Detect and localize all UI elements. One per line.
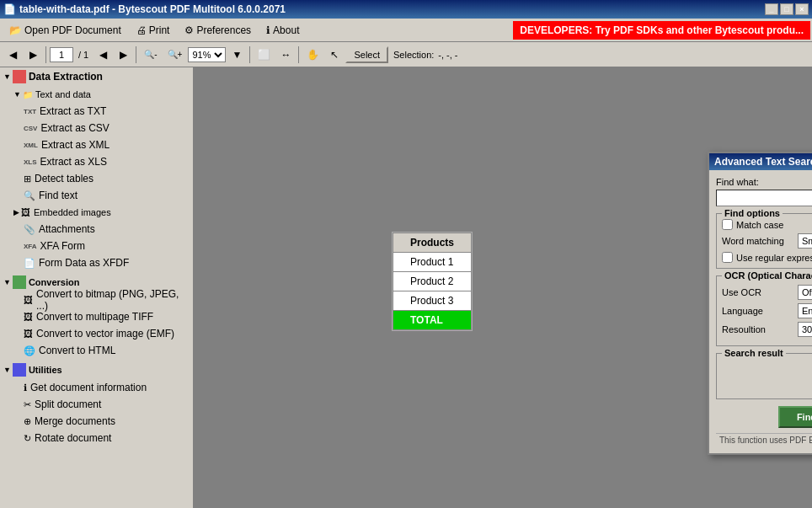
hand-button[interactable]: ✋ <box>302 45 323 64</box>
search-result-group: Search result <box>716 353 812 399</box>
next-page-button[interactable]: ▶ <box>114 45 132 64</box>
minimize-button[interactable]: _ <box>765 3 778 15</box>
sidebar-merge-docs[interactable]: ⊕ Merge documents <box>0 413 193 430</box>
use-ocr-row: Use OCR Off ▼ <box>722 285 812 300</box>
back-button[interactable]: ◀ <box>3 45 22 64</box>
sidebar-detect-tables[interactable]: ⊞ Detect tables <box>0 170 193 187</box>
word-matching-label: Word matching <box>722 236 798 246</box>
resolution-select[interactable]: 300 <box>798 322 812 337</box>
sep-2 <box>136 46 136 63</box>
rotate-icon: ↻ <box>24 433 31 444</box>
data-extraction-expand-icon[interactable]: ▼ <box>3 72 11 81</box>
use-regex-checkbox[interactable] <box>722 252 733 263</box>
use-regex-label: Use regular expressions <box>736 253 812 263</box>
table-row: Product 3 <box>393 291 472 311</box>
sidebar-form-data[interactable]: 📄 Form Data as XFDF <box>0 254 193 271</box>
pdf-preview: Products Product 1 Product 2 Product 3 T… <box>392 232 473 331</box>
emf-icon: 🖼 <box>24 329 33 339</box>
find-text-icon: 🔍 <box>24 190 35 201</box>
resolution-row: Resoultion 300 ▼ <box>722 322 812 337</box>
sidebar-extract-txt[interactable]: TXT Extract as TXT <box>0 103 193 120</box>
utilities-expand-icon[interactable]: ▼ <box>3 366 11 374</box>
data-extraction-icon <box>13 70 26 83</box>
main-layout: ▼ Data Extraction ▼ 📁 Text and data TXT … <box>0 67 812 508</box>
menu-bar: 📂 Open PDF Document 🖨 Print ⚙ Preference… <box>0 19 812 42</box>
sidebar-xfa-form[interactable]: XFA XFA Form <box>0 238 193 254</box>
maximize-button[interactable]: □ <box>780 3 793 15</box>
dialog-advanced-search: Advanced Text Search × Find what: Find o… <box>708 152 812 455</box>
sidebar-attachments[interactable]: 📎 Attachments <box>0 221 193 238</box>
language-select[interactable]: English <box>798 303 812 318</box>
search-result-legend: Search result <box>722 348 786 358</box>
app-icon: 📄 <box>3 3 16 15</box>
menu-about[interactable]: ℹ About <box>259 21 307 40</box>
menu-print[interactable]: 🖨 Print <box>129 21 178 40</box>
info-icon: ℹ <box>24 382 27 393</box>
sidebar-find-text[interactable]: 🔍 Find text <box>0 187 193 204</box>
sidebar-convert-emf[interactable]: 🖼 Convert to vector image (EMF) <box>0 325 193 342</box>
use-ocr-select[interactable]: Off <box>798 285 812 300</box>
sidebar-rotate-doc[interactable]: ↻ Rotate document <box>0 430 193 447</box>
dialog-buttons: Find Next Close <box>716 406 812 428</box>
data-extraction-header[interactable]: Data Extraction <box>29 67 103 86</box>
title-text: table-with-data.pdf - Bytescout PDF Mult… <box>19 3 286 15</box>
zoom-out-button[interactable]: 🔍- <box>140 45 161 64</box>
match-case-label: Match case <box>736 220 783 230</box>
match-case-checkbox[interactable] <box>722 219 733 230</box>
form-icon: 📄 <box>24 258 35 269</box>
title-bar: 📄 table-with-data.pdf - Bytescout PDF Mu… <box>0 0 812 19</box>
ocr-legend: OCR (Optical Character Recognition) <box>722 270 812 281</box>
find-options-group: Find options Match case Word matching Sm… <box>716 213 812 269</box>
page-input[interactable] <box>50 47 73 62</box>
dev-banner: DEVELOPERS: Try PDF SDKs and other Bytes… <box>513 21 810 40</box>
find-what-label: Find what: <box>716 177 812 187</box>
sidebar-extract-xml[interactable]: XML Extract as XML <box>0 136 193 153</box>
fit-page-button[interactable]: ⬜ <box>254 45 275 64</box>
content-area: Products Product 1 Product 2 Product 3 T… <box>194 67 812 508</box>
ocr-group: OCR (Optical Character Recognition) Use … <box>716 275 812 346</box>
sidebar-extract-xls[interactable]: XLS Extract as XLS <box>0 153 193 170</box>
text-data-expand-icon[interactable]: ▼ <box>13 90 21 99</box>
match-case-row: Match case <box>722 219 812 230</box>
language-row: Language English ▼ <box>722 303 812 318</box>
menu-open[interactable]: 📂 Open PDF Document <box>2 21 129 40</box>
resolution-label: Resoultion <box>722 324 798 334</box>
sidebar-convert-html[interactable]: 🌐 Convert to HTML <box>0 342 193 359</box>
conversion-expand-icon[interactable]: ▼ <box>3 278 11 286</box>
find-what-input[interactable] <box>716 190 812 206</box>
zoom-dropdown-button[interactable]: ▼ <box>227 45 246 64</box>
word-matching-row: Word matching Smart Match ▼ <box>722 233 812 249</box>
selection-label: Selection: <box>393 50 434 60</box>
sidebar-split-doc[interactable]: ✂ Split document <box>0 396 193 413</box>
sidebar-doc-info[interactable]: ℹ Get document information <box>0 379 193 396</box>
csv-icon: CSV <box>24 125 37 132</box>
txt-icon: TXT <box>24 108 36 115</box>
pointer-button[interactable]: ↖ <box>325 45 344 64</box>
find-next-button[interactable]: Find Next <box>778 406 812 428</box>
select-button[interactable]: Select <box>345 46 388 63</box>
close-button[interactable]: × <box>795 3 809 15</box>
fit-width-button[interactable]: ↔ <box>276 45 295 64</box>
sidebar-embedded-images[interactable]: ▶ 🖼 Embedded images <box>0 204 193 221</box>
menu-preferences[interactable]: ⚙ Preferences <box>177 21 259 40</box>
sep-3 <box>249 46 250 63</box>
prev-page-button[interactable]: ◀ <box>93 45 112 64</box>
zoom-select[interactable]: 91% <box>188 47 226 62</box>
use-regex-row: Use regular expressions <box>722 252 812 263</box>
sidebar-convert-bitmap[interactable]: 🖼 Convert to bitmap (PNG, JPEG, ...) <box>0 291 193 308</box>
bitmap-icon: 🖼 <box>24 295 33 305</box>
utilities-header[interactable]: Utilities <box>29 365 62 375</box>
word-matching-select[interactable]: Smart Match <box>798 233 812 249</box>
forward-button[interactable]: ▶ <box>24 45 42 64</box>
prefs-icon: ⚙ <box>184 24 194 36</box>
window-controls[interactable]: _ □ × <box>765 3 809 15</box>
find-options-legend: Find options <box>722 208 783 218</box>
sidebar-extract-csv[interactable]: CSV Extract as CSV <box>0 120 193 136</box>
conversion-header[interactable]: Conversion <box>29 277 80 287</box>
language-label: Language <box>722 306 798 316</box>
selection-value: -, -, - <box>438 50 457 60</box>
zoom-in-button[interactable]: 🔍+ <box>163 45 187 64</box>
split-icon: ✂ <box>24 399 31 410</box>
sep-1 <box>45 46 46 63</box>
dialog-footer: This function uses PDF Extractor SDK. <box>716 433 812 447</box>
